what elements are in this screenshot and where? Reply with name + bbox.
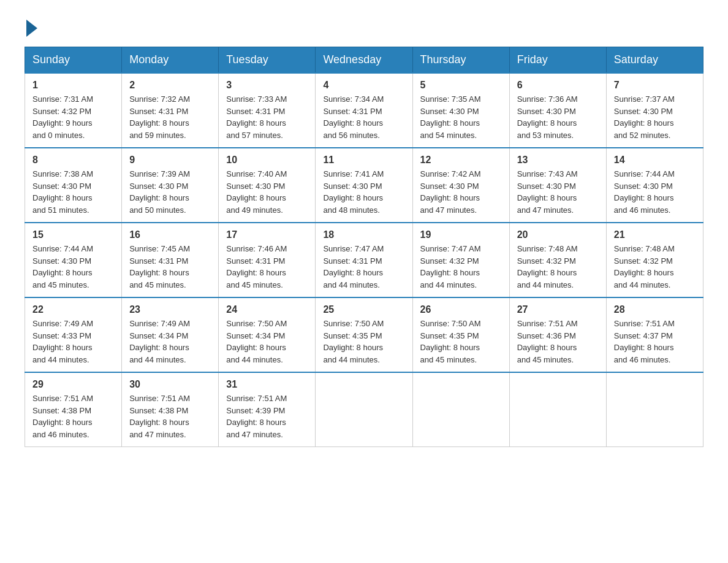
day-info: Sunrise: 7:47 AMSunset: 4:31 PMDaylight:… xyxy=(323,243,404,291)
calendar-cell: 14 Sunrise: 7:44 AMSunset: 4:30 PMDaylig… xyxy=(606,148,703,223)
day-number: 18 xyxy=(323,229,404,240)
day-number: 5 xyxy=(420,80,502,91)
day-info: Sunrise: 7:35 AMSunset: 4:30 PMDaylight:… xyxy=(420,93,502,141)
day-number: 17 xyxy=(226,229,308,240)
col-header-saturday: Saturday xyxy=(606,47,703,74)
calendar-cell: 9 Sunrise: 7:39 AMSunset: 4:30 PMDayligh… xyxy=(122,148,219,223)
calendar-week-row: 22 Sunrise: 7:49 AMSunset: 4:33 PMDaylig… xyxy=(25,297,703,372)
calendar-cell: 24 Sunrise: 7:50 AMSunset: 4:34 PMDaylig… xyxy=(219,297,316,372)
col-header-wednesday: Wednesday xyxy=(316,47,412,74)
day-info: Sunrise: 7:48 AMSunset: 4:32 PMDaylight:… xyxy=(517,243,599,291)
day-info: Sunrise: 7:33 AMSunset: 4:31 PMDaylight:… xyxy=(226,93,308,141)
col-header-monday: Monday xyxy=(122,47,219,74)
day-number: 23 xyxy=(129,304,211,315)
calendar-cell: 17 Sunrise: 7:46 AMSunset: 4:31 PMDaylig… xyxy=(219,223,316,297)
day-info: Sunrise: 7:41 AMSunset: 4:30 PMDaylight:… xyxy=(323,168,404,216)
day-number: 3 xyxy=(226,80,308,91)
calendar-cell: 13 Sunrise: 7:43 AMSunset: 4:30 PMDaylig… xyxy=(509,148,606,223)
day-number: 24 xyxy=(226,304,308,315)
day-number: 27 xyxy=(517,304,599,315)
calendar-cell: 27 Sunrise: 7:51 AMSunset: 4:36 PMDaylig… xyxy=(509,297,606,372)
col-header-thursday: Thursday xyxy=(412,47,509,74)
day-info: Sunrise: 7:36 AMSunset: 4:30 PMDaylight:… xyxy=(517,93,599,141)
day-number: 1 xyxy=(32,80,114,91)
day-info: Sunrise: 7:50 AMSunset: 4:34 PMDaylight:… xyxy=(226,318,308,366)
day-number: 12 xyxy=(420,155,502,166)
day-info: Sunrise: 7:38 AMSunset: 4:30 PMDaylight:… xyxy=(32,168,114,216)
logo-arrow-icon xyxy=(26,20,37,37)
day-number: 29 xyxy=(32,379,114,390)
calendar-cell xyxy=(412,372,509,447)
calendar-cell: 19 Sunrise: 7:47 AMSunset: 4:32 PMDaylig… xyxy=(412,223,509,297)
day-info: Sunrise: 7:44 AMSunset: 4:30 PMDaylight:… xyxy=(614,168,696,216)
calendar-cell: 22 Sunrise: 7:49 AMSunset: 4:33 PMDaylig… xyxy=(25,297,122,372)
day-info: Sunrise: 7:34 AMSunset: 4:31 PMDaylight:… xyxy=(323,93,404,141)
calendar-cell: 26 Sunrise: 7:50 AMSunset: 4:35 PMDaylig… xyxy=(412,297,509,372)
calendar-cell: 16 Sunrise: 7:45 AMSunset: 4:31 PMDaylig… xyxy=(122,223,219,297)
day-number: 13 xyxy=(517,155,599,166)
day-number: 15 xyxy=(32,229,114,240)
calendar-cell: 3 Sunrise: 7:33 AMSunset: 4:31 PMDayligh… xyxy=(219,73,316,148)
page-header xyxy=(25,18,703,34)
day-info: Sunrise: 7:37 AMSunset: 4:30 PMDaylight:… xyxy=(614,93,696,141)
calendar-week-row: 1 Sunrise: 7:31 AMSunset: 4:32 PMDayligh… xyxy=(25,73,703,148)
day-number: 8 xyxy=(32,155,114,166)
day-info: Sunrise: 7:48 AMSunset: 4:32 PMDaylight:… xyxy=(614,243,696,291)
day-number: 10 xyxy=(226,155,308,166)
day-number: 11 xyxy=(323,155,404,166)
day-number: 28 xyxy=(614,304,696,315)
calendar-cell xyxy=(316,372,412,447)
day-info: Sunrise: 7:51 AMSunset: 4:36 PMDaylight:… xyxy=(517,318,599,366)
day-number: 4 xyxy=(323,80,404,91)
calendar-cell: 31 Sunrise: 7:51 AMSunset: 4:39 PMDaylig… xyxy=(219,372,316,447)
day-number: 20 xyxy=(517,229,599,240)
logo xyxy=(25,18,37,34)
calendar-header-row: SundayMondayTuesdayWednesdayThursdayFrid… xyxy=(25,47,703,74)
calendar-cell: 23 Sunrise: 7:49 AMSunset: 4:34 PMDaylig… xyxy=(122,297,219,372)
day-number: 25 xyxy=(323,304,404,315)
calendar-cell: 2 Sunrise: 7:32 AMSunset: 4:31 PMDayligh… xyxy=(122,73,219,148)
day-info: Sunrise: 7:51 AMSunset: 4:38 PMDaylight:… xyxy=(129,393,211,440)
day-number: 7 xyxy=(614,80,696,91)
day-info: Sunrise: 7:49 AMSunset: 4:33 PMDaylight:… xyxy=(32,318,114,366)
calendar-cell: 29 Sunrise: 7:51 AMSunset: 4:38 PMDaylig… xyxy=(25,372,122,447)
calendar-cell: 30 Sunrise: 7:51 AMSunset: 4:38 PMDaylig… xyxy=(122,372,219,447)
day-info: Sunrise: 7:42 AMSunset: 4:30 PMDaylight:… xyxy=(420,168,502,216)
col-header-sunday: Sunday xyxy=(25,47,122,74)
calendar-cell: 21 Sunrise: 7:48 AMSunset: 4:32 PMDaylig… xyxy=(606,223,703,297)
day-number: 19 xyxy=(420,229,502,240)
calendar-cell: 12 Sunrise: 7:42 AMSunset: 4:30 PMDaylig… xyxy=(412,148,509,223)
day-info: Sunrise: 7:31 AMSunset: 4:32 PMDaylight:… xyxy=(32,93,114,141)
day-info: Sunrise: 7:32 AMSunset: 4:31 PMDaylight:… xyxy=(129,93,211,141)
day-number: 31 xyxy=(226,379,308,390)
day-number: 14 xyxy=(614,155,696,166)
day-info: Sunrise: 7:47 AMSunset: 4:32 PMDaylight:… xyxy=(420,243,502,291)
calendar-cell xyxy=(606,372,703,447)
calendar-cell: 5 Sunrise: 7:35 AMSunset: 4:30 PMDayligh… xyxy=(412,73,509,148)
calendar-week-row: 29 Sunrise: 7:51 AMSunset: 4:38 PMDaylig… xyxy=(25,372,703,447)
day-info: Sunrise: 7:45 AMSunset: 4:31 PMDaylight:… xyxy=(129,243,211,291)
calendar-cell: 1 Sunrise: 7:31 AMSunset: 4:32 PMDayligh… xyxy=(25,73,122,148)
day-info: Sunrise: 7:43 AMSunset: 4:30 PMDaylight:… xyxy=(517,168,599,216)
day-number: 16 xyxy=(129,229,211,240)
col-header-friday: Friday xyxy=(509,47,606,74)
day-number: 21 xyxy=(614,229,696,240)
day-info: Sunrise: 7:44 AMSunset: 4:30 PMDaylight:… xyxy=(32,243,114,291)
calendar-cell: 11 Sunrise: 7:41 AMSunset: 4:30 PMDaylig… xyxy=(316,148,412,223)
calendar-cell: 4 Sunrise: 7:34 AMSunset: 4:31 PMDayligh… xyxy=(316,73,412,148)
day-info: Sunrise: 7:50 AMSunset: 4:35 PMDaylight:… xyxy=(323,318,404,366)
day-number: 9 xyxy=(129,155,211,166)
calendar-table: SundayMondayTuesdayWednesdayThursdayFrid… xyxy=(25,47,703,447)
day-number: 22 xyxy=(32,304,114,315)
col-header-tuesday: Tuesday xyxy=(219,47,316,74)
calendar-cell: 20 Sunrise: 7:48 AMSunset: 4:32 PMDaylig… xyxy=(509,223,606,297)
day-info: Sunrise: 7:50 AMSunset: 4:35 PMDaylight:… xyxy=(420,318,502,366)
day-info: Sunrise: 7:40 AMSunset: 4:30 PMDaylight:… xyxy=(226,168,308,216)
calendar-cell: 18 Sunrise: 7:47 AMSunset: 4:31 PMDaylig… xyxy=(316,223,412,297)
day-info: Sunrise: 7:51 AMSunset: 4:39 PMDaylight:… xyxy=(226,393,308,440)
day-number: 30 xyxy=(129,379,211,390)
day-info: Sunrise: 7:51 AMSunset: 4:38 PMDaylight:… xyxy=(32,393,114,440)
calendar-week-row: 15 Sunrise: 7:44 AMSunset: 4:30 PMDaylig… xyxy=(25,223,703,297)
day-info: Sunrise: 7:49 AMSunset: 4:34 PMDaylight:… xyxy=(129,318,211,366)
day-number: 6 xyxy=(517,80,599,91)
